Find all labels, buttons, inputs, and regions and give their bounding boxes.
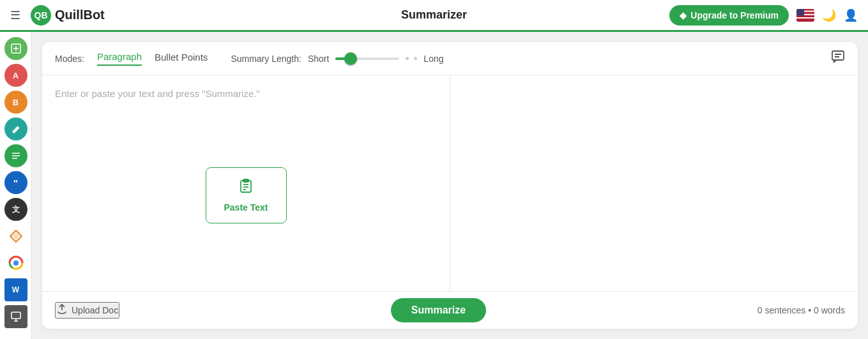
sidebar-item-summarizer[interactable] — [4, 144, 27, 167]
sidebar-item-monitor[interactable] — [4, 305, 27, 328]
dark-mode-icon[interactable]: 🌙 — [822, 8, 836, 22]
navbar-right: ◆ Upgrade to Premium 🌙 👤 — [669, 5, 858, 26]
slider-dots — [406, 57, 417, 60]
navbar: ☰ QB QuillBot Summarizer ◆ Upgrade to Pr… — [0, 0, 868, 32]
svg-point-18 — [13, 260, 19, 266]
upload-doc-button[interactable]: Upload Doc — [55, 302, 119, 319]
modes-bar: Modes: Paragraph Bullet Points Summary L… — [42, 42, 858, 75]
sidebar-item-chrome[interactable] — [4, 252, 27, 275]
word-count: 0 sentences • 0 words — [758, 305, 845, 315]
upload-label: Upload Doc — [72, 305, 118, 315]
paste-button-area: Paste Text — [55, 112, 437, 278]
hamburger-icon[interactable]: ☰ — [10, 8, 20, 22]
output-panel — [450, 75, 858, 291]
svg-rect-6 — [796, 19, 814, 20]
content-area: Modes: Paragraph Bullet Points Summary L… — [32, 32, 868, 339]
sidebar-item-2[interactable]: A — [4, 64, 27, 87]
comment-icon[interactable] — [831, 50, 845, 67]
length-long-label: Long — [423, 54, 443, 64]
main-card: Modes: Paragraph Bullet Points Summary L… — [42, 42, 858, 329]
slider-dot-1 — [406, 57, 409, 60]
navbar-left: ☰ QB QuillBot — [10, 5, 105, 26]
tab-paragraph[interactable]: Paragraph — [97, 51, 142, 66]
logo-icon: QB — [31, 5, 51, 26]
paste-text-button[interactable]: Paste Text — [206, 167, 287, 223]
summary-length-label: Summary Length: — [231, 54, 301, 64]
sidebar-item-word[interactable]: W — [4, 278, 27, 301]
slider-dot-2 — [414, 57, 417, 60]
length-short-label: Short — [308, 54, 329, 64]
slider-track — [335, 57, 399, 60]
sidebar-item-7[interactable]: 文 — [4, 198, 27, 221]
upload-icon — [56, 303, 68, 317]
clipboard-icon — [238, 178, 254, 197]
page-title: Summarizer — [401, 8, 467, 22]
editor-area: Enter or paste your text and press "Summ… — [42, 75, 858, 291]
sidebar-item-3[interactable]: B — [4, 91, 27, 114]
sidebar-item-1[interactable] — [4, 37, 27, 60]
svg-rect-22 — [832, 51, 844, 60]
sidebar-item-4[interactable] — [4, 117, 27, 140]
tab-bullet-points[interactable]: Bullet Points — [155, 52, 208, 65]
bottom-bar: Upload Doc Summarize 0 sentences • 0 wor… — [42, 291, 858, 329]
summary-length-section: Summary Length: Short Long — [231, 54, 443, 64]
logo-text: QuillBot — [55, 8, 105, 22]
slider-thumb[interactable] — [344, 52, 357, 65]
svg-rect-7 — [796, 9, 804, 15]
paste-text-label: Paste Text — [224, 202, 268, 213]
diamond-icon: ◆ — [680, 10, 687, 20]
svg-rect-19 — [11, 312, 20, 319]
main-layout: A B " 文 W — [0, 32, 868, 339]
sidebar-item-6[interactable]: " — [4, 171, 27, 194]
upgrade-button[interactable]: ◆ Upgrade to Premium — [669, 5, 789, 26]
sidebar: A B " 文 W — [0, 32, 32, 339]
modes-label: Modes: — [55, 54, 84, 64]
summarize-button[interactable]: Summarize — [391, 298, 486, 322]
flag-icon[interactable] — [796, 9, 814, 22]
input-placeholder: Enter or paste your text and press "Summ… — [55, 88, 437, 99]
summary-length-slider[interactable] — [335, 57, 417, 60]
logo: QB QuillBot — [31, 5, 105, 26]
svg-rect-5 — [796, 17, 814, 19]
svg-rect-4 — [796, 15, 814, 17]
upgrade-label: Upgrade to Premium — [690, 10, 779, 20]
input-panel: Enter or paste your text and press "Summ… — [42, 75, 450, 291]
user-icon[interactable]: 👤 — [844, 8, 858, 22]
sidebar-item-diamond[interactable] — [4, 225, 27, 248]
